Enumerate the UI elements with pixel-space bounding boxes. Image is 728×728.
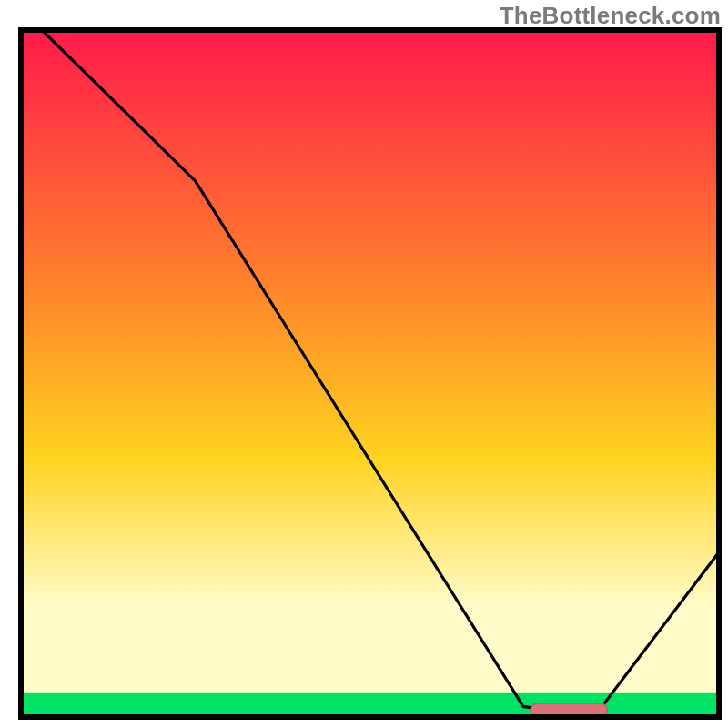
bottleneck-chart [0,0,728,728]
watermark-text: TheBottleneck.com [500,2,721,30]
gradient-background [21,30,719,717]
chart-frame: TheBottleneck.com [0,0,728,728]
plot-area [21,30,719,717]
